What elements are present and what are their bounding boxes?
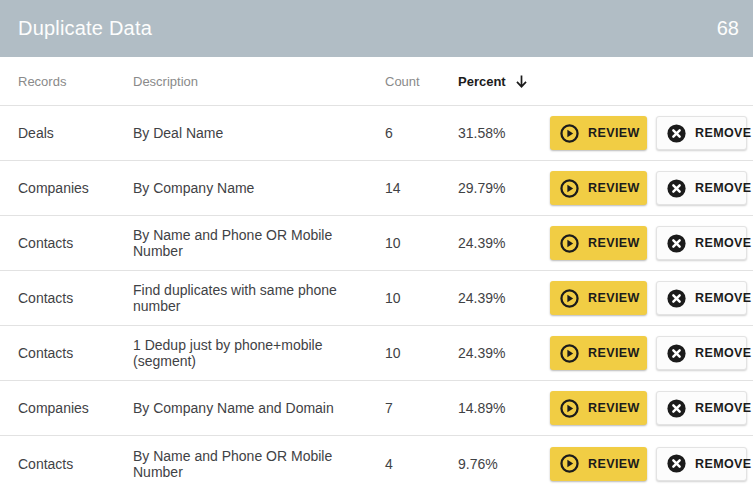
records-cell: Contacts — [18, 456, 133, 472]
arrow-downward-icon — [513, 73, 530, 90]
description-cell: By Name and Phone OR Mobile Number — [133, 227, 385, 259]
remove-button-label: REMOVE — [695, 236, 752, 250]
review-button-label: REVIEW — [588, 291, 640, 305]
remove-button[interactable]: REMOVE — [656, 447, 747, 481]
play-circle-icon — [559, 178, 580, 199]
description-cell: By Name and Phone OR Mobile Number — [133, 448, 385, 480]
description-cell: By Company Name — [133, 180, 385, 196]
table-row: Companies By Company Name and Domain 7 1… — [0, 381, 753, 436]
remove-button-label: REMOVE — [695, 346, 752, 360]
count-cell: 10 — [385, 345, 458, 361]
percent-cell: 9.76% — [458, 456, 550, 472]
table-row: Contacts By Name and Phone OR Mobile Num… — [0, 436, 753, 491]
cancel-circle-icon — [666, 343, 687, 364]
count-cell: 10 — [385, 290, 458, 306]
percent-cell: 24.39% — [458, 235, 550, 251]
play-circle-icon — [559, 343, 580, 364]
description-cell: Find duplicates with same phone number — [133, 282, 385, 314]
table-row: Contacts Find duplicates with same phone… — [0, 271, 753, 326]
review-button-label: REVIEW — [588, 457, 640, 471]
cancel-circle-icon — [666, 453, 687, 474]
remove-button-label: REMOVE — [695, 291, 752, 305]
review-button-label: REVIEW — [588, 401, 640, 415]
records-cell: Companies — [18, 400, 133, 416]
count-cell: 6 — [385, 125, 458, 141]
column-header-percent-label: Percent — [458, 74, 506, 89]
review-button-label: REVIEW — [588, 346, 640, 360]
review-button[interactable]: REVIEW — [550, 171, 647, 205]
table-column-headers: Records Description Count Percent — [0, 57, 753, 106]
cancel-circle-icon — [666, 123, 687, 144]
column-header-description: Description — [133, 74, 385, 89]
records-cell: Deals — [18, 125, 133, 141]
percent-cell: 14.89% — [458, 400, 550, 416]
records-cell: Contacts — [18, 235, 133, 251]
records-cell: Companies — [18, 180, 133, 196]
panel-header: Duplicate Data 68 — [0, 0, 753, 57]
play-circle-icon — [559, 398, 580, 419]
count-cell: 14 — [385, 180, 458, 196]
percent-cell: 24.39% — [458, 290, 550, 306]
review-button-label: REVIEW — [588, 236, 640, 250]
records-cell: Contacts — [18, 290, 133, 306]
page-title: Duplicate Data — [18, 17, 152, 40]
review-button-label: REVIEW — [588, 126, 640, 140]
review-button[interactable]: REVIEW — [550, 281, 647, 315]
review-button[interactable]: REVIEW — [550, 391, 647, 425]
review-button-label: REVIEW — [588, 181, 640, 195]
description-cell: By Company Name and Domain — [133, 400, 385, 416]
column-header-count: Count — [385, 74, 458, 89]
remove-button[interactable]: REMOVE — [656, 226, 747, 260]
cancel-circle-icon — [666, 398, 687, 419]
count-cell: 7 — [385, 400, 458, 416]
description-cell: 1 Dedup just by phone+mobile (segment) — [133, 337, 385, 369]
play-circle-icon — [559, 453, 580, 474]
play-circle-icon — [559, 233, 580, 254]
table-body: Deals By Deal Name 6 31.58% REVIEW — [0, 106, 753, 491]
remove-button[interactable]: REMOVE — [656, 171, 747, 205]
review-button[interactable]: REVIEW — [550, 226, 647, 260]
cancel-circle-icon — [666, 233, 687, 254]
play-circle-icon — [559, 123, 580, 144]
remove-button-label: REMOVE — [695, 457, 752, 471]
percent-cell: 24.39% — [458, 345, 550, 361]
total-count-badge: 68 — [717, 17, 739, 40]
table-row: Contacts By Name and Phone OR Mobile Num… — [0, 216, 753, 271]
records-cell: Contacts — [18, 345, 133, 361]
remove-button-label: REMOVE — [695, 181, 752, 195]
table-row: Contacts 1 Dedup just by phone+mobile (s… — [0, 326, 753, 381]
table-row: Companies By Company Name 14 29.79% REVI… — [0, 161, 753, 216]
remove-button-label: REMOVE — [695, 401, 752, 415]
review-button[interactable]: REVIEW — [550, 116, 647, 150]
play-circle-icon — [559, 288, 580, 309]
percent-cell: 31.58% — [458, 125, 550, 141]
duplicate-data-panel: Duplicate Data 68 Records Description Co… — [0, 0, 753, 494]
remove-button-label: REMOVE — [695, 126, 752, 140]
remove-button[interactable]: REMOVE — [656, 391, 747, 425]
percent-cell: 29.79% — [458, 180, 550, 196]
cancel-circle-icon — [666, 288, 687, 309]
count-cell: 4 — [385, 456, 458, 472]
remove-button[interactable]: REMOVE — [656, 116, 747, 150]
cancel-circle-icon — [666, 178, 687, 199]
column-header-percent-sort[interactable]: Percent — [458, 73, 550, 90]
remove-button[interactable]: REMOVE — [656, 336, 747, 370]
count-cell: 10 — [385, 235, 458, 251]
review-button[interactable]: REVIEW — [550, 336, 647, 370]
table-row: Deals By Deal Name 6 31.58% REVIEW — [0, 106, 753, 161]
remove-button[interactable]: REMOVE — [656, 281, 747, 315]
column-header-records: Records — [18, 74, 133, 89]
review-button[interactable]: REVIEW — [550, 447, 647, 481]
description-cell: By Deal Name — [133, 125, 385, 141]
